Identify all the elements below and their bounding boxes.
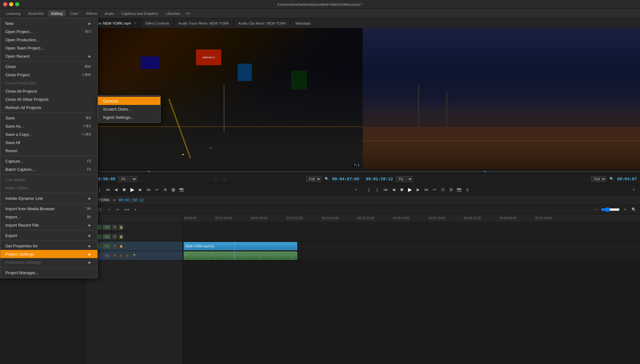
menu-open-recent[interactable]: Open Recent ▶ xyxy=(0,52,97,60)
track-v3-lock[interactable]: 🔒 xyxy=(118,225,124,230)
tab-libraries[interactable]: Libraries xyxy=(163,10,183,17)
tl-zoom-slider[interactable] xyxy=(601,207,620,212)
program-quality-select[interactable]: Full1/2 xyxy=(591,176,606,182)
track-a1-solo[interactable]: S xyxy=(118,253,124,258)
tab-audio-track-mixer[interactable]: Audio Track Mixer: NEW YORK xyxy=(174,18,234,28)
submenu-ingest-settings[interactable]: Ingest Settings... xyxy=(98,113,160,121)
menu-import-recent[interactable]: Import Recent File ▶ xyxy=(0,221,97,229)
prog-compare[interactable]: ⧖ xyxy=(464,186,471,194)
track-a1-arm[interactable]: A xyxy=(125,253,130,258)
prog-add-marker[interactable]: + xyxy=(630,186,637,194)
track-v1-eye[interactable]: 👁 xyxy=(112,244,117,249)
tab-audio-clip-mixer[interactable]: Audio Clip Mixer: NEW YORK xyxy=(234,18,291,28)
prog-mark-out[interactable]: } xyxy=(373,186,381,194)
menu-close[interactable]: Close ⌘W xyxy=(0,62,97,71)
menu-adobe-dynamic-link[interactable]: Adobe Dynamic Link ▶ xyxy=(0,194,97,202)
program-zoom-select[interactable]: Fit25%50% xyxy=(396,176,413,182)
tab-editing[interactable]: Editing xyxy=(48,10,66,17)
source-scrubber-row[interactable] xyxy=(85,169,362,174)
prog-go-out[interactable]: ⏭ xyxy=(423,186,430,194)
source-insert-edit[interactable]: ⊕ xyxy=(161,186,169,194)
program-zoom-icon[interactable]: 🔍 xyxy=(609,177,614,181)
source-quality-select[interactable]: Full1/21/4 xyxy=(306,176,321,182)
source-settings-icon[interactable]: ↔ xyxy=(223,177,226,181)
menu-get-properties[interactable]: Get Properties for ▶ xyxy=(0,242,97,250)
menu-open-production[interactable]: Open Production... xyxy=(0,36,97,44)
prog-export-frame[interactable]: 📷 xyxy=(455,186,463,194)
track-a1-mute[interactable]: M xyxy=(112,253,117,258)
tab-effects[interactable]: Effects xyxy=(83,10,100,17)
submenu-general[interactable]: General... xyxy=(98,97,160,105)
prog-play[interactable]: ▶ xyxy=(406,186,414,194)
source-stop[interactable]: ⏹ xyxy=(120,186,128,194)
menu-refresh-all[interactable]: Refresh All Projects xyxy=(0,103,97,112)
prog-extract[interactable]: ⊞ xyxy=(447,186,455,194)
menu-save-as[interactable]: Save As... ⇧⌘S xyxy=(0,122,97,130)
tl-add-edit[interactable]: + xyxy=(132,206,139,213)
tl-zoom-in[interactable]: + xyxy=(621,206,629,213)
source-go-in[interactable]: ⏮ xyxy=(104,186,112,194)
menu-import-from-browser[interactable]: Import from Media Browser ⌃⌘I xyxy=(0,205,97,213)
close-button[interactable] xyxy=(3,2,7,6)
source-export-frame[interactable]: 📷 xyxy=(178,186,185,194)
source-tab-close[interactable]: ✕ xyxy=(134,21,136,25)
menu-project-manager[interactable]: Project Manager... xyxy=(0,269,97,277)
menu-close-other-projects[interactable]: Close All Other Projects xyxy=(0,95,97,103)
source-zoom-icon[interactable]: 🔍 xyxy=(325,177,329,181)
tl-rate-stretch[interactable]: ↔ xyxy=(105,206,113,213)
more-workspaces-button[interactable]: >> xyxy=(186,11,190,16)
track-v2-lock[interactable]: 🔒 xyxy=(118,234,124,239)
tab-assembly[interactable]: Assembly xyxy=(25,10,47,17)
menu-import[interactable]: Import... ⌘I xyxy=(0,213,97,221)
menu-export[interactable]: Export ▶ xyxy=(0,231,97,240)
menu-new[interactable]: New ▶ xyxy=(0,19,97,27)
menu-save-copy[interactable]: Save a Copy... ⌥⌘S xyxy=(0,130,97,138)
track-v1-lock[interactable]: 🔒 xyxy=(118,244,124,249)
source-step-back[interactable]: ◀ xyxy=(112,186,120,194)
track-v2-eye[interactable]: 👁 xyxy=(112,234,117,239)
video-clip-v1[interactable]: NEW YORK.mp4 [V] xyxy=(184,242,297,250)
track-a1-mic[interactable]: 🎤 xyxy=(131,253,136,258)
tab-effect-controls[interactable]: Effect Controls xyxy=(141,18,174,28)
tab-captions-graphics[interactable]: Captions and Graphics xyxy=(118,10,162,17)
source-fullscreen-icon[interactable]: ⛶ xyxy=(214,177,218,181)
menu-save[interactable]: Save ⌘S xyxy=(0,114,97,122)
minimize-button[interactable] xyxy=(9,2,13,6)
program-scrubber-row[interactable] xyxy=(363,169,640,174)
menu-revert[interactable]: Revert xyxy=(0,147,97,155)
prog-mark-in[interactable]: { xyxy=(365,186,373,194)
tl-razor-tool[interactable]: ✂ xyxy=(114,206,122,213)
source-play[interactable]: ▶ xyxy=(129,186,136,194)
prog-step-fwd[interactable]: ▶ xyxy=(414,186,422,194)
source-add-marker[interactable]: + xyxy=(352,186,360,194)
menu-save-all[interactable]: Save All xyxy=(0,138,97,147)
menu-batch-capture[interactable]: Batch Capture... F6 xyxy=(0,165,97,173)
source-scrubber-head[interactable] xyxy=(147,170,151,174)
prog-step-back[interactable]: ◀ xyxy=(390,186,397,194)
source-step-fwd[interactable]: ▶ xyxy=(137,186,144,194)
prog-go-in[interactable]: ⏮ xyxy=(382,186,389,194)
tab-color[interactable]: Color xyxy=(67,10,82,17)
source-loop[interactable]: ↩ xyxy=(153,186,161,194)
timeline-menu-icon[interactable]: ≡ xyxy=(113,198,116,203)
track-v3-eye[interactable]: 👁 xyxy=(112,225,117,230)
menu-open-project[interactable]: Open Project... ⌘O xyxy=(0,27,97,36)
menu-close-all-projects[interactable]: Close All Projects xyxy=(0,87,97,95)
submenu-scratch-disks[interactable]: Scratch Disks... xyxy=(98,105,160,113)
tl-zoom-out[interactable]: − xyxy=(592,206,600,213)
prog-stop[interactable]: ⏹ xyxy=(398,186,406,194)
prog-loop[interactable]: ↩ xyxy=(431,186,438,194)
source-go-out[interactable]: ⏭ xyxy=(145,186,153,194)
program-scrubber-head[interactable] xyxy=(483,170,487,174)
audio-clip-a1[interactable] xyxy=(184,251,297,260)
menu-capture[interactable]: Capture... F5 xyxy=(0,157,97,165)
source-zoom-select[interactable]: Fit25%50%100% xyxy=(118,176,137,182)
maximize-button[interactable] xyxy=(15,2,19,6)
tab-audio[interactable]: Audio xyxy=(101,10,117,17)
tab-learning[interactable]: Learning xyxy=(3,10,24,17)
tl-slip-tool[interactable]: ⟺ xyxy=(123,206,130,213)
prog-lift[interactable]: ⊡ xyxy=(439,186,447,194)
menu-project-settings[interactable]: Project Settings ▶ xyxy=(0,250,97,258)
tab-metadata[interactable]: Metadata xyxy=(291,18,315,28)
menu-close-project[interactable]: Close Project ⇧⌘W xyxy=(0,71,97,79)
